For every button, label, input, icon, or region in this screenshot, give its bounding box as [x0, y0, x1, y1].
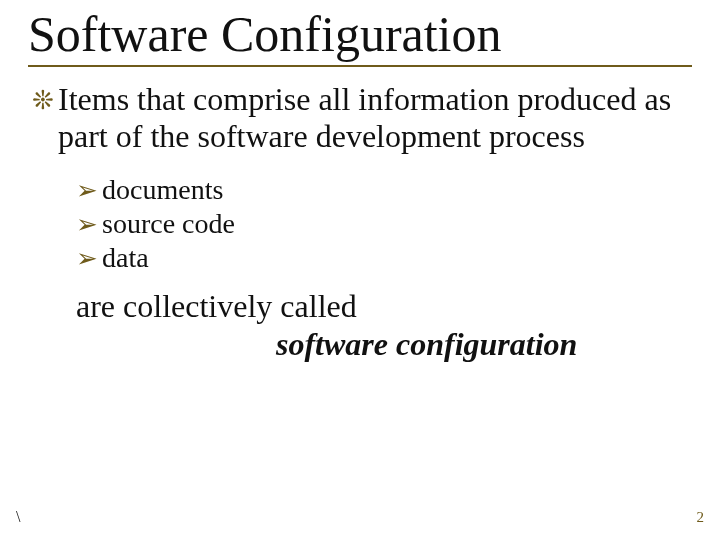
arrow-icon: ➢: [76, 175, 98, 206]
closing-line: are collectively called: [76, 288, 357, 324]
page-number: 2: [697, 509, 705, 526]
main-bullet-row: ❊ Items that comprise all information pr…: [32, 81, 692, 157]
arrow-icon: ➢: [76, 209, 98, 240]
closing-block: are collectively called software configu…: [76, 288, 692, 364]
list-item: ➢ data: [76, 242, 692, 274]
main-bullet-text: Items that comprise all information prod…: [58, 81, 692, 157]
asterisk-icon: ❊: [32, 85, 54, 116]
slide-title: Software Configuration: [28, 8, 692, 61]
footer-mark: \: [16, 508, 20, 526]
list-item: ➢ source code: [76, 208, 692, 240]
arrow-icon: ➢: [76, 243, 98, 274]
list-item: ➢ documents: [76, 174, 692, 206]
slide: Software Configuration ❊ Items that comp…: [0, 0, 720, 540]
sub-item-text: source code: [102, 208, 235, 240]
title-underline: [28, 65, 692, 67]
sub-list: ➢ documents ➢ source code ➢ data: [76, 174, 692, 274]
sub-item-text: documents: [102, 174, 223, 206]
closing-emphasis: software configuration: [276, 326, 692, 364]
sub-item-text: data: [102, 242, 149, 274]
